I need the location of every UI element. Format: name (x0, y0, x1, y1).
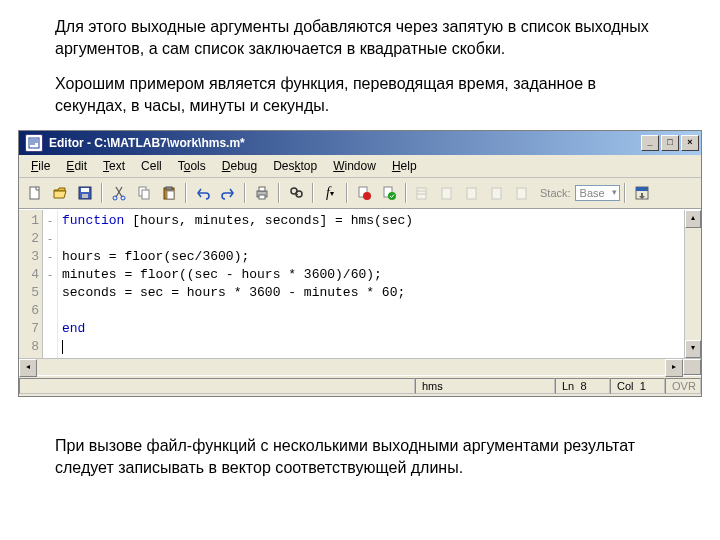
line-num: 4 (19, 266, 39, 284)
menu-tools[interactable]: Tools (170, 157, 214, 175)
step-in-icon[interactable] (436, 181, 460, 205)
line-num: 5 (19, 284, 39, 302)
svg-rect-27 (636, 187, 648, 191)
status-bar: hms Ln 8 Col 1 OVR (19, 375, 701, 396)
line-num: 7 (19, 320, 39, 338)
breakpoint-clear-icon[interactable] (377, 181, 401, 205)
close-button[interactable]: × (681, 135, 699, 151)
ln-value: 8 (580, 380, 586, 392)
cut-icon[interactable] (107, 181, 131, 205)
svg-rect-4 (82, 194, 88, 198)
ovr-indicator: OVR (665, 378, 701, 394)
paste-icon[interactable] (157, 181, 181, 205)
print-icon[interactable] (250, 181, 274, 205)
line-num: 6 (19, 302, 39, 320)
editor-window: Editor - C:\MATLAB7\work\hms.m* _ □ × Fi… (18, 130, 702, 397)
svg-rect-22 (442, 188, 451, 199)
col-label: Col (617, 380, 634, 392)
line-num: 2 (19, 230, 39, 248)
menu-edit[interactable]: Edit (58, 157, 95, 175)
menu-bar: File Edit Text Cell Tools Debug Desktop … (19, 155, 701, 178)
scroll-left-icon[interactable]: ◂ (19, 359, 37, 377)
breakpoint-set-icon[interactable] (352, 181, 376, 205)
save-icon[interactable] (73, 181, 97, 205)
app-icon (25, 134, 43, 152)
scroll-down-icon[interactable]: ▾ (685, 340, 701, 358)
outro-paragraph: При вызове файл-функций с несколькими вы… (55, 435, 665, 478)
window-title: Editor - C:\MATLAB7\work\hms.m* (47, 136, 641, 150)
line-num: 1 (19, 212, 39, 230)
line-num: 3 (19, 248, 39, 266)
menu-desktop[interactable]: Desktop (265, 157, 325, 175)
step-out-icon[interactable] (461, 181, 485, 205)
svg-rect-24 (492, 188, 501, 199)
continue-icon[interactable] (486, 181, 510, 205)
code-area: 1 2 3 4 5 6 7 8 -- -- function [hours, m… (19, 209, 701, 358)
new-file-icon[interactable] (23, 181, 47, 205)
text-cursor (62, 340, 63, 354)
exit-debug-icon[interactable] (511, 181, 535, 205)
stack-label: Stack: (540, 187, 571, 199)
dock-icon[interactable] (630, 181, 654, 205)
insert-function-icon[interactable]: f▾ (318, 181, 342, 205)
status-function: hms (415, 378, 555, 394)
code-editor[interactable]: function [hours, minutes, seconds] = hms… (58, 210, 684, 358)
minimize-button[interactable]: _ (641, 135, 659, 151)
redo-icon[interactable] (216, 181, 240, 205)
svg-point-5 (113, 196, 117, 200)
vertical-scrollbar[interactable]: ▴ ▾ (684, 210, 701, 358)
svg-rect-14 (259, 195, 265, 199)
svg-rect-1 (30, 187, 39, 199)
scroll-right-icon[interactable]: ▸ (665, 359, 683, 377)
svg-point-6 (121, 196, 125, 200)
menu-debug[interactable]: Debug (214, 157, 265, 175)
menu-text[interactable]: Text (95, 157, 133, 175)
toolbar: f▾ Stack: Base (19, 178, 701, 209)
open-file-icon[interactable] (48, 181, 72, 205)
svg-rect-25 (517, 188, 526, 199)
scroll-up-icon[interactable]: ▴ (685, 210, 701, 228)
menu-file[interactable]: File (23, 157, 58, 175)
maximize-button[interactable]: □ (661, 135, 679, 151)
horizontal-scrollbar[interactable]: ◂ ▸ (19, 358, 701, 375)
svg-rect-8 (142, 190, 149, 199)
line-gutter: 1 2 3 4 5 6 7 8 (19, 210, 43, 358)
copy-icon[interactable] (132, 181, 156, 205)
intro-paragraph-2: Хорошим примером является функция, перев… (55, 73, 665, 116)
svg-rect-10 (166, 187, 172, 190)
intro-paragraph-1: Для этого выходные аргументы добавляются… (55, 16, 665, 59)
undo-icon[interactable] (191, 181, 215, 205)
svg-rect-3 (81, 188, 89, 192)
svg-rect-11 (167, 191, 174, 199)
ln-label: Ln (562, 380, 574, 392)
stack-combo[interactable]: Base (575, 185, 620, 201)
col-value: 1 (640, 380, 646, 392)
svg-rect-13 (259, 187, 265, 191)
svg-point-20 (388, 192, 396, 200)
find-icon[interactable] (284, 181, 308, 205)
menu-cell[interactable]: Cell (133, 157, 170, 175)
svg-point-18 (363, 192, 371, 200)
step-icon[interactable] (411, 181, 435, 205)
title-bar: Editor - C:\MATLAB7\work\hms.m* _ □ × (19, 131, 701, 155)
fold-column: -- -- (43, 210, 58, 358)
menu-window[interactable]: Window (325, 157, 384, 175)
menu-help[interactable]: Help (384, 157, 425, 175)
line-num: 8 (19, 338, 39, 356)
svg-rect-23 (467, 188, 476, 199)
